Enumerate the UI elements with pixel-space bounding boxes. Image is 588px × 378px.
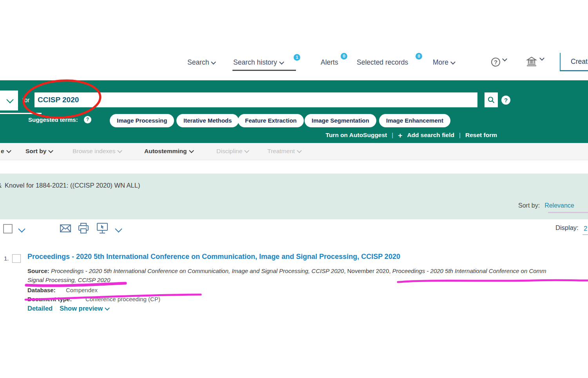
database-label: Database: — [27, 287, 56, 293]
source-italic-text-2: Proceedings - 2020 5th International Con… — [392, 268, 546, 274]
filter-dropdown-discipline: Discipline — [216, 148, 249, 155]
pink-underline-annotation — [26, 283, 125, 286]
nav-more-label: More — [433, 58, 448, 66]
filter-label: e — [1, 148, 4, 154]
chevron-down-icon — [450, 60, 456, 65]
print-results-button[interactable] — [78, 222, 89, 234]
display-count-underline — [583, 234, 588, 235]
filter-label: Treatment — [267, 148, 295, 154]
turn-on-autosuggest-link[interactable]: Turn on AutoSuggest — [326, 132, 387, 139]
filter-dropdown-partial[interactable]: e — [1, 148, 11, 155]
nav-tab-more[interactable]: More — [433, 58, 455, 67]
sort-by-label: Sort by: — [518, 202, 540, 209]
faint-pink-underline — [548, 212, 588, 213]
nav-alerts-label: Alerts — [321, 58, 338, 66]
help-menu-button[interactable]: ? — [491, 57, 506, 67]
nav-tab-alerts[interactable]: Alerts 0 — [321, 58, 338, 67]
database-value: Compendex — [66, 287, 98, 293]
reset-form-link[interactable]: Reset form — [465, 132, 497, 139]
download-export-button[interactable] — [96, 222, 109, 234]
create-account-button[interactable]: Creat — [560, 53, 588, 71]
source-plain-text: , November 2020, — [344, 268, 390, 274]
show-preview-label: Show preview — [60, 305, 103, 312]
engineering-village-results-page: Search Search history 1 Alerts 0 Selecte… — [0, 0, 588, 378]
search-query-input[interactable] — [34, 92, 477, 107]
chevron-down-icon — [502, 56, 507, 61]
suggested-term-pill[interactable]: Image Processing — [110, 114, 174, 127]
chevron-down-icon — [6, 148, 11, 153]
search-history-count-badge: 1 — [294, 54, 300, 61]
nav-tab-search[interactable]: Search — [187, 58, 215, 67]
sort-by-control: Sort by: Relevance — [518, 202, 574, 209]
alerts-count-badge: 0 — [341, 53, 347, 60]
chevron-down-icon — [297, 148, 302, 153]
chevron-down-icon — [6, 96, 13, 103]
suggested-terms-label: Suggested terms: — [28, 116, 78, 123]
select-all-checkbox[interactable] — [3, 224, 13, 233]
create-account-label: Creat — [571, 58, 588, 65]
add-search-field-link[interactable]: Add search field — [407, 132, 454, 139]
result-title-link[interactable]: Proceedings - 2020 5th International Con… — [27, 253, 400, 261]
select-all-chevron-icon[interactable] — [18, 225, 25, 232]
display-count-dropdown[interactable]: 2 — [584, 225, 587, 232]
for-label: for — [22, 97, 30, 104]
chevron-down-icon — [189, 148, 194, 153]
chevron-down-icon — [105, 306, 110, 311]
pink-long-underline-annotation — [398, 280, 588, 282]
monitor-export-icon — [96, 222, 109, 234]
chevron-down-icon — [211, 60, 216, 65]
result-checkbox[interactable] — [12, 254, 21, 263]
nav-tab-selected-records[interactable]: Selected records 0 — [357, 58, 408, 67]
filter-dropdown-browse-indexes: Browse indexes — [73, 148, 122, 155]
chevron-down-icon — [244, 148, 249, 153]
chevron-down-icon — [279, 60, 284, 65]
separator: | — [459, 132, 461, 139]
separator: | — [392, 132, 393, 139]
selected-records-count-badge: 0 — [416, 53, 422, 60]
detailed-link[interactable]: Detailed — [27, 305, 53, 312]
suggested-term-pill[interactable]: Image Enhancement — [379, 114, 450, 127]
suggested-term-pill[interactable]: Image Segmentation — [305, 114, 376, 127]
document-type-label: Document type: — [27, 296, 72, 302]
show-preview-link[interactable]: Show preview — [60, 305, 109, 312]
sort-by-value-dropdown[interactable]: Relevance — [544, 202, 574, 209]
envelope-icon — [60, 224, 71, 233]
search-options-bar: e Sort by Browse indexes Autostemming Di… — [0, 143, 588, 160]
filter-label: Sort by — [25, 148, 46, 154]
chevron-down-icon — [118, 148, 123, 153]
source-label: Source: — [27, 268, 49, 274]
institution-menu-button[interactable] — [526, 56, 544, 67]
filter-dropdown-autostemming[interactable]: Autostemming — [144, 148, 193, 155]
filter-dropdown-treatment: Treatment — [267, 148, 301, 155]
help-icon: ? — [491, 58, 500, 67]
nav-selected-records-label: Selected records — [357, 58, 408, 66]
active-tab-underline — [232, 70, 296, 71]
export-options-chevron-icon[interactable] — [115, 225, 122, 232]
query-text: Knovel for 1884-2021: ((CCISP 2020) WN A… — [5, 182, 140, 189]
chevron-down-icon — [539, 56, 544, 61]
search-icon — [487, 96, 495, 104]
suggested-terms-help-icon[interactable]: ? — [84, 116, 91, 123]
search-type-dropdown[interactable] — [0, 90, 18, 110]
suggested-term-pill[interactable]: Iterative Methods — [176, 114, 239, 127]
suggested-term-pill[interactable]: Feature Extraction — [238, 114, 304, 127]
filter-label: Autostemming — [144, 148, 187, 154]
chevron-down-icon — [49, 148, 54, 153]
result-source-line: Source: Proceedings - 2020 5th Internati… — [27, 268, 546, 274]
results-summary-band: & Knovel for 1884-2021: ((CCISP 2020) WN… — [0, 174, 588, 219]
filter-label: Discipline — [216, 148, 242, 154]
nav-tab-search-history[interactable]: Search history 1 — [233, 58, 283, 67]
document-type-value: Conference proceeding (CP) — [85, 296, 160, 302]
search-submit-button[interactable] — [485, 92, 498, 107]
plus-icon: + — [398, 132, 402, 138]
nav-search-history-label: Search history — [233, 58, 277, 66]
executed-query-line: & Knovel for 1884-2021: ((CCISP 2020) WN… — [0, 182, 140, 189]
display-label: Display: — [555, 224, 579, 232]
email-results-button[interactable] — [60, 224, 71, 233]
nav-search-label: Search — [187, 58, 209, 66]
source-italic-text: Proceedings - 2020 5th International Con… — [51, 268, 344, 274]
search-help-icon[interactable]: ? — [501, 96, 510, 105]
result-doctype-row: Document type: Conference proceeding (CP… — [27, 296, 72, 302]
filter-dropdown-sort-by[interactable]: Sort by — [25, 148, 53, 155]
institution-bank-icon — [526, 56, 537, 67]
